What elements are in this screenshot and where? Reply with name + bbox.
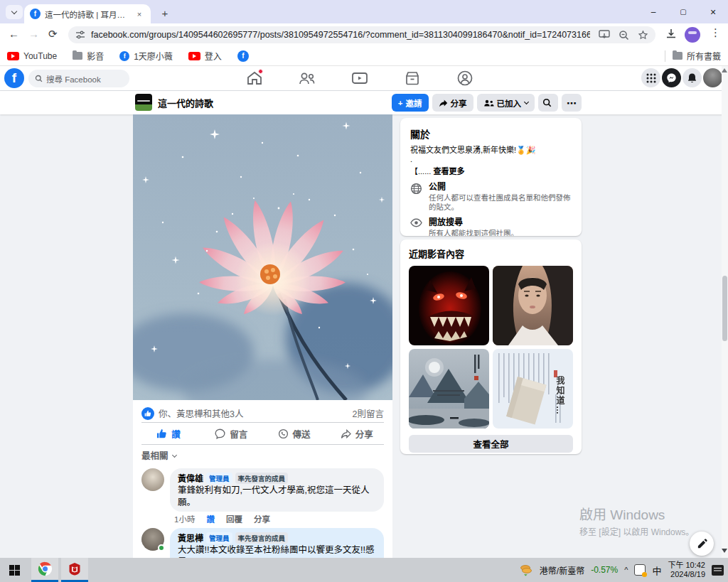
calligraphy-poem-video-thumbnail[interactable]: 我知道… (493, 349, 573, 429)
comment-icon (215, 429, 225, 439)
browser-profile-avatar[interactable] (685, 27, 700, 43)
bookmark-videos-folder[interactable]: 影音 (73, 50, 104, 62)
like-button[interactable]: 讚 (137, 424, 200, 443)
visibility-title: 開放搜尋 (429, 217, 518, 227)
tab-list-chevron-icon[interactable] (6, 5, 23, 19)
tab-close-icon[interactable] (134, 9, 145, 20)
facebook-logo[interactable] (4, 68, 24, 88)
see-more-link[interactable]: 查看更多 (433, 167, 464, 176)
window-close-button[interactable] (698, 0, 728, 23)
comment-bubble-highlighted[interactable]: 黃思樺 管理員 率先發言的成員 大大讚!!本文收錄至本社粉絲團中以饗更多文友!!… (170, 528, 384, 558)
compose-fab-button[interactable] (690, 532, 714, 556)
marketplace-tab[interactable] (402, 69, 422, 87)
browser-menu-icon[interactable] (710, 26, 721, 39)
pencil-icon (697, 539, 707, 549)
back-button[interactable] (9, 28, 19, 40)
comment-button[interactable]: 留言 (200, 424, 262, 443)
window-minimize-button[interactable] (638, 0, 668, 23)
commenter-name[interactable]: 黃思樺 (178, 532, 203, 544)
view-all-button[interactable]: 查看全部 (409, 435, 573, 453)
ime-language-indicator[interactable]: 中 (652, 564, 661, 577)
home-tab[interactable] (245, 69, 264, 87)
invite-button[interactable]: 邀請 (392, 94, 429, 112)
folder-icon (673, 52, 682, 60)
send-to-device-icon[interactable] (599, 30, 610, 40)
commenter-name[interactable]: 黃偉雄 (178, 472, 203, 484)
about-description: 祝福文友們文思泉湧,新年快樂!🏅🎉 (410, 145, 572, 155)
commenter-avatar[interactable] (141, 528, 164, 551)
taskbar-mcafee-button[interactable] (61, 558, 88, 582)
reaction-summary[interactable]: 你、黃思樺和其他3人 (159, 406, 353, 420)
thumb-up-icon (156, 429, 167, 439)
scrollbar-down-arrow[interactable] (722, 549, 727, 553)
bookmark-youtube[interactable]: YouTube (7, 51, 57, 61)
comment-reply-button[interactable]: 回覆 (226, 513, 242, 524)
apps-menu-button[interactable] (641, 68, 660, 87)
zoom-icon[interactable] (619, 30, 629, 41)
joined-button[interactable]: 已加入 (477, 94, 535, 112)
bookmark-facebook[interactable] (237, 50, 253, 62)
group-name[interactable]: 這一代的詩歌 (158, 91, 213, 114)
comment-share-button[interactable]: 分享 (254, 513, 270, 524)
scrollbar-thumb[interactable] (722, 276, 727, 341)
taskbar-chrome-button[interactable] (31, 558, 58, 582)
share-button[interactable]: 分享 (326, 424, 388, 443)
currency-change[interactable]: -0.57% (591, 565, 618, 575)
notifications-button[interactable] (682, 68, 702, 87)
scrollbar-up-arrow[interactable] (722, 68, 727, 72)
profile-avatar[interactable] (703, 68, 722, 87)
ime-badge-icon[interactable] (634, 564, 646, 576)
plus-icon (398, 99, 406, 107)
facebook-icon (237, 50, 249, 62)
commenter-avatar[interactable] (141, 468, 164, 491)
admin-badge: 管理員 (206, 473, 232, 484)
eye-icon (410, 218, 422, 227)
send-button[interactable]: 傳送 (263, 424, 326, 443)
watch-tab[interactable] (350, 69, 370, 87)
comment-like-button[interactable]: 讚 (206, 513, 215, 524)
start-button[interactable] (0, 558, 28, 582)
address-bar[interactable]: facebook.com/groups/1409544602695777/pos… (68, 26, 655, 43)
group-search-button[interactable] (538, 94, 558, 112)
woman-portrait-video-thumbnail[interactable] (493, 266, 573, 345)
windows-logo-icon (9, 565, 20, 576)
comment-count[interactable]: 2則留言 (353, 406, 384, 420)
group-actions: 邀請 分享 已加入 (392, 94, 582, 112)
downloads-icon[interactable] (665, 28, 678, 43)
demon-face-video-thumbnail[interactable] (409, 266, 489, 345)
lotus-flower-photo[interactable] (133, 114, 392, 400)
all-bookmarks-button[interactable]: 所有書籤 (665, 50, 721, 62)
currency-ticker[interactable]: 港幣/新臺幣 (540, 564, 584, 576)
site-controls-icon[interactable] (75, 30, 85, 40)
bookmark-facebook-profile[interactable]: 1天廖小薇 (119, 50, 173, 62)
comment-sort-dropdown[interactable]: 最相關 (133, 445, 392, 463)
share-group-button[interactable]: 分享 (432, 94, 473, 112)
new-tab-button[interactable] (158, 6, 172, 20)
bookmark-star-icon[interactable] (638, 30, 648, 41)
sort-label: 最相關 (141, 448, 168, 462)
moonlit-landscape-video-thumbnail[interactable] (409, 349, 489, 429)
forward-button[interactable] (28, 28, 39, 40)
bookmark-login[interactable]: 登入 (188, 50, 222, 62)
comment-bubble[interactable]: 黃偉雄 管理員 率先發言的成員 筆鋒銳利有如刀,一代文人才學高,祝您這一天從人願… (170, 468, 384, 512)
friends-tab[interactable] (297, 69, 317, 87)
members-icon (483, 99, 494, 107)
facebook-search-input[interactable]: 搜尋 Facebook (28, 70, 129, 87)
reload-button[interactable] (48, 28, 58, 41)
window-maximize-button[interactable] (668, 0, 698, 23)
group-more-button[interactable] (562, 94, 582, 112)
taskbar-clock[interactable]: 下午 10:42 2024/8/19 (668, 561, 705, 579)
recent-videos-card: 近期影音內容 (400, 239, 582, 454)
admin-badge: 管理員 (206, 532, 232, 544)
folder-icon (73, 52, 82, 60)
messenger-button[interactable] (662, 68, 681, 87)
browser-toolbar: facebook.com/groups/1409544602695777/pos… (0, 23, 728, 46)
groups-tab[interactable] (455, 69, 475, 87)
comments-section: 黃偉雄 管理員 率先發言的成員 筆鋒銳利有如刀,一代文人才學高,祝您這一天從人願… (133, 463, 392, 558)
action-center-icon[interactable] (712, 565, 724, 576)
currency-coins-icon[interactable] (520, 564, 533, 576)
group-avatar[interactable] (135, 94, 152, 111)
browser-tab[interactable]: 這一代的詩歌 | 耳月說他等著… (24, 4, 151, 23)
comment-time[interactable]: 1小時 (174, 513, 195, 524)
tray-expand-icon[interactable]: ^ (624, 566, 628, 574)
